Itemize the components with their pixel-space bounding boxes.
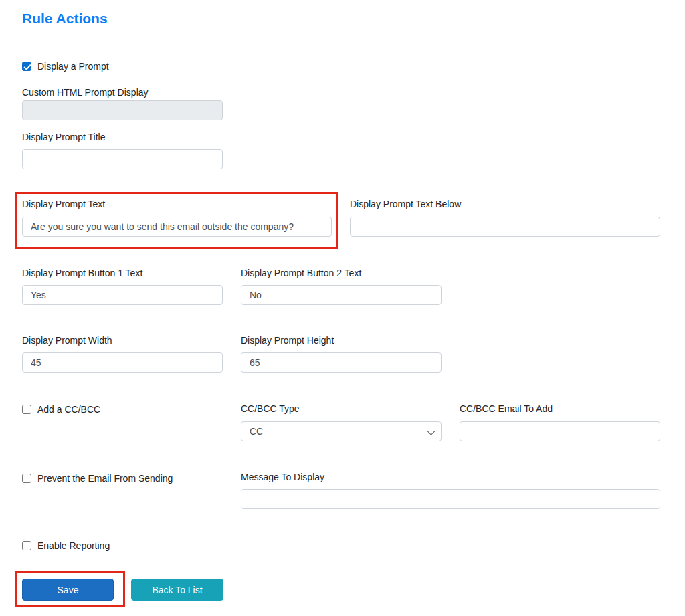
ccbcc-type-label: CC/BCC Type <box>241 403 300 415</box>
message-to-display-input[interactable] <box>241 489 660 509</box>
display-prompt-title-label: Display Prompt Title <box>22 132 105 143</box>
display-prompt-text-below-input[interactable] <box>350 217 660 237</box>
display-prompt-height-label: Display Prompt Height <box>241 335 334 346</box>
display-prompt-width-input[interactable] <box>22 352 223 373</box>
add-ccbcc-checkbox-row: Add a CC/BCC <box>22 403 100 415</box>
display-prompt-title-input[interactable] <box>22 149 223 169</box>
display-prompt-checkbox-label[interactable]: Display a Prompt <box>37 61 109 72</box>
display-prompt-text-input[interactable] <box>22 217 332 237</box>
custom-html-prompt-display-input[interactable] <box>22 100 223 120</box>
back-to-list-button[interactable]: Back To List <box>131 579 223 601</box>
title-divider <box>22 39 661 39</box>
save-button[interactable]: Save <box>22 579 114 601</box>
display-prompt-width-label: Display Prompt Width <box>22 335 112 346</box>
display-prompt-checkbox[interactable] <box>22 62 31 71</box>
display-prompt-height-input[interactable] <box>241 352 442 373</box>
display-prompt-checkbox-row: Display a Prompt <box>22 60 109 72</box>
enable-reporting-checkbox[interactable] <box>22 541 31 550</box>
prevent-send-checkbox-label[interactable]: Prevent the Email From Sending <box>37 473 173 484</box>
custom-html-prompt-display-label: Custom HTML Prompt Display <box>22 87 149 98</box>
ccbcc-email-label: CC/BCC Email To Add <box>460 403 553 415</box>
add-ccbcc-checkbox[interactable] <box>22 405 31 414</box>
display-prompt-button1-text-input[interactable] <box>22 285 223 305</box>
display-prompt-button2-text-label: Display Prompt Button 2 Text <box>241 268 361 279</box>
ccbcc-email-input[interactable] <box>460 421 660 441</box>
display-prompt-button1-text-label: Display Prompt Button 1 Text <box>22 268 142 279</box>
message-to-display-label: Message To Display <box>241 472 324 483</box>
rule-actions-page: Rule Actions Display a Prompt Custom HTM… <box>0 0 685 616</box>
enable-reporting-checkbox-row: Enable Reporting <box>22 540 110 551</box>
enable-reporting-checkbox-label[interactable]: Enable Reporting <box>37 540 110 551</box>
checkmark-icon <box>23 62 31 70</box>
prevent-send-checkbox[interactable] <box>22 474 31 483</box>
page-title: Rule Actions <box>22 11 108 27</box>
display-prompt-text-label: Display Prompt Text <box>22 199 105 210</box>
ccbcc-type-select[interactable]: CC <box>241 421 442 441</box>
display-prompt-text-below-label: Display Prompt Text Below <box>350 199 461 210</box>
prevent-send-checkbox-row: Prevent the Email From Sending <box>22 472 173 484</box>
display-prompt-button2-text-input[interactable] <box>241 285 442 305</box>
add-ccbcc-checkbox-label[interactable]: Add a CC/BCC <box>37 404 100 415</box>
